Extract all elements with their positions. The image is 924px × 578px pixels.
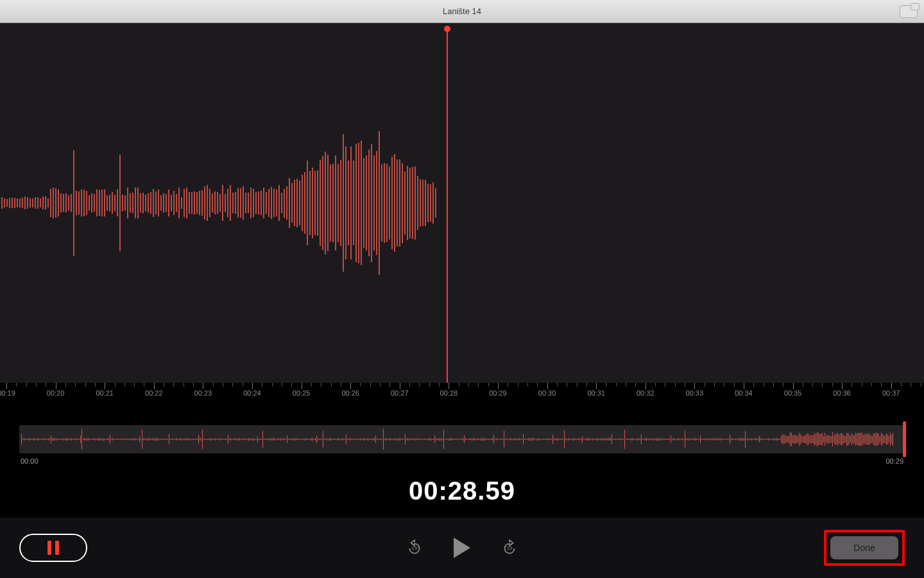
ruler-label: 00:21 — [96, 389, 114, 397]
overview-cursor[interactable] — [903, 421, 906, 457]
overview-section: 00:00 00:29 — [0, 402, 924, 465]
play-button[interactable] — [454, 538, 470, 558]
ruler-label: 00:28 — [440, 389, 458, 397]
ruler-label: 00:35 — [784, 389, 802, 397]
pause-icon-bar — [47, 541, 51, 555]
skip-back-seconds: 15 — [412, 545, 418, 551]
ruler-label: 00:34 — [735, 389, 753, 397]
ruler-label: 00:32 — [637, 389, 654, 397]
ruler-label: 00:29 — [489, 389, 507, 397]
ruler-label: 00:36 — [833, 389, 851, 397]
center-controls: 15 15 — [406, 538, 518, 558]
done-button[interactable]: Done — [830, 536, 898, 559]
ruler-label: 00:20 — [47, 389, 65, 397]
time-ruler[interactable]: 00:1900:2000:2100:2200:2300:2400:2500:26… — [0, 383, 924, 402]
ruler-label: 00:25 — [293, 389, 311, 397]
ruler-label: 00:37 — [882, 389, 900, 397]
window-titlebar: Lanište 14 — [0, 0, 924, 23]
pause-button[interactable] — [19, 534, 87, 562]
ruler-label: 00:27 — [391, 389, 409, 397]
pip-icon[interactable] — [900, 5, 918, 18]
skip-forward-seconds: 15 — [507, 545, 513, 551]
ruler-label: 00:22 — [145, 389, 163, 397]
ruler-label: 00:23 — [194, 389, 212, 397]
bottom-toolbar: 15 15 Done — [0, 518, 924, 578]
ruler-label: 00:26 — [341, 389, 359, 397]
pause-icon-bar — [55, 541, 59, 555]
window-title: Lanište 14 — [443, 6, 481, 16]
ruler-label: 00:31 — [587, 389, 605, 397]
skip-forward-button[interactable]: 15 — [501, 539, 518, 556]
playhead[interactable] — [447, 28, 448, 383]
skip-back-button[interactable]: 15 — [406, 539, 423, 556]
ruler-label: 00:19 — [0, 389, 15, 397]
overview-end-label: 00:29 — [886, 457, 903, 465]
time-display: 00:28.59 — [0, 477, 924, 505]
ruler-label: 00:24 — [243, 389, 261, 397]
ruler-label: 00:33 — [686, 389, 704, 397]
overview-start-label: 00:00 — [21, 457, 38, 465]
done-highlight: Done — [824, 530, 905, 566]
waveform-large — [0, 100, 924, 306]
ruler-label: 00:30 — [538, 389, 556, 397]
overview-waveform[interactable] — [19, 425, 905, 453]
waveform-main-area[interactable] — [0, 23, 924, 383]
